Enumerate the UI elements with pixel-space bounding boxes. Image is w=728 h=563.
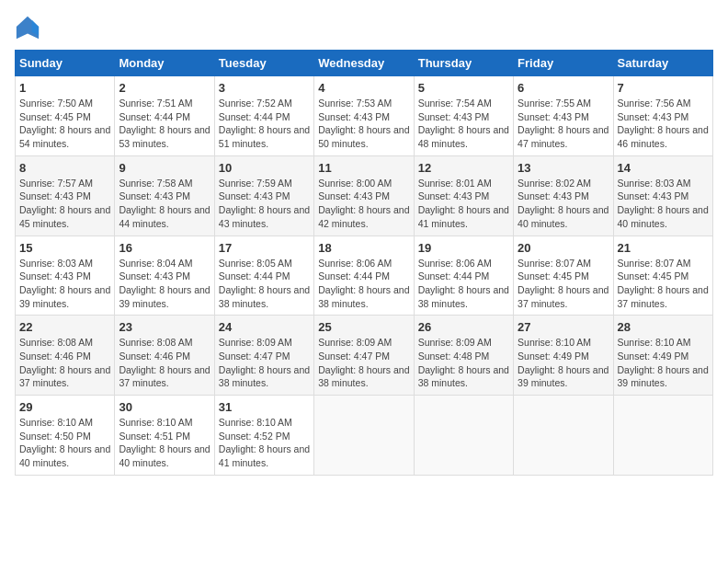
calendar-day-cell: 13 Sunrise: 8:02 AM Sunset: 4:43 PM Dayl…: [514, 155, 613, 236]
weekday-header: Saturday: [613, 51, 712, 76]
day-number: 23: [119, 320, 210, 334]
day-number: 14: [618, 161, 709, 175]
calendar-empty-cell: [514, 396, 613, 476]
day-info: Sunrise: 8:07 AM Sunset: 4:45 PM Dayligh…: [518, 257, 609, 311]
calendar-day-cell: 1 Sunrise: 7:50 AM Sunset: 4:45 PM Dayli…: [16, 76, 115, 156]
day-number: 10: [219, 161, 310, 175]
calendar-week-row: 15 Sunrise: 8:03 AM Sunset: 4:43 PM Dayl…: [16, 236, 713, 316]
calendar-empty-cell: [414, 396, 513, 476]
page-header: [15, 15, 713, 40]
calendar-day-cell: 6 Sunrise: 7:55 AM Sunset: 4:43 PM Dayli…: [514, 76, 613, 156]
day-number: 13: [518, 161, 609, 175]
day-number: 21: [618, 241, 709, 255]
day-info: Sunrise: 8:03 AM Sunset: 4:43 PM Dayligh…: [618, 177, 709, 231]
day-number: 11: [318, 161, 409, 175]
day-number: 15: [19, 241, 110, 255]
day-info: Sunrise: 7:52 AM Sunset: 4:44 PM Dayligh…: [219, 97, 310, 151]
day-info: Sunrise: 8:09 AM Sunset: 4:48 PM Dayligh…: [418, 336, 509, 390]
day-info: Sunrise: 7:53 AM Sunset: 4:43 PM Dayligh…: [318, 97, 409, 151]
day-info: Sunrise: 8:10 AM Sunset: 4:50 PM Dayligh…: [19, 416, 110, 470]
day-info: Sunrise: 7:58 AM Sunset: 4:43 PM Dayligh…: [119, 177, 210, 231]
day-info: Sunrise: 7:54 AM Sunset: 4:43 PM Dayligh…: [418, 97, 509, 151]
day-info: Sunrise: 8:03 AM Sunset: 4:43 PM Dayligh…: [19, 257, 110, 311]
calendar-day-cell: 7 Sunrise: 7:56 AM Sunset: 4:43 PM Dayli…: [613, 76, 712, 156]
calendar-day-cell: 14 Sunrise: 8:03 AM Sunset: 4:43 PM Dayl…: [613, 155, 712, 236]
day-number: 30: [119, 400, 210, 414]
calendar-day-cell: 30 Sunrise: 8:10 AM Sunset: 4:51 PM Dayl…: [115, 396, 214, 476]
day-number: 29: [19, 400, 110, 414]
day-number: 5: [418, 81, 509, 95]
calendar-empty-cell: [613, 396, 712, 476]
day-info: Sunrise: 8:08 AM Sunset: 4:46 PM Dayligh…: [119, 336, 210, 390]
calendar-day-cell: 16 Sunrise: 8:04 AM Sunset: 4:43 PM Dayl…: [115, 236, 214, 316]
day-number: 18: [318, 241, 409, 255]
logo: [15, 15, 44, 40]
day-number: 7: [618, 81, 709, 95]
calendar-day-cell: 21 Sunrise: 8:07 AM Sunset: 4:45 PM Dayl…: [613, 236, 712, 316]
weekday-header: Monday: [115, 51, 214, 76]
calendar-empty-cell: [314, 396, 414, 476]
day-info: Sunrise: 8:01 AM Sunset: 4:43 PM Dayligh…: [418, 177, 509, 231]
calendar-day-cell: 11 Sunrise: 8:00 AM Sunset: 4:43 PM Dayl…: [314, 155, 414, 236]
day-info: Sunrise: 8:10 AM Sunset: 4:52 PM Dayligh…: [219, 416, 310, 470]
day-info: Sunrise: 7:59 AM Sunset: 4:43 PM Dayligh…: [219, 177, 310, 231]
day-number: 27: [518, 320, 609, 334]
calendar-day-cell: 25 Sunrise: 8:09 AM Sunset: 4:47 PM Dayl…: [314, 316, 414, 396]
day-info: Sunrise: 8:06 AM Sunset: 4:44 PM Dayligh…: [418, 257, 509, 311]
calendar-day-cell: 23 Sunrise: 8:08 AM Sunset: 4:46 PM Dayl…: [115, 316, 214, 396]
calendar-day-cell: 10 Sunrise: 7:59 AM Sunset: 4:43 PM Dayl…: [214, 155, 313, 236]
weekday-header: Friday: [514, 51, 613, 76]
logo-icon: [15, 15, 40, 40]
day-number: 26: [418, 320, 509, 334]
day-number: 20: [518, 241, 609, 255]
calendar-week-row: 29 Sunrise: 8:10 AM Sunset: 4:50 PM Dayl…: [16, 396, 713, 476]
calendar-day-cell: 24 Sunrise: 8:09 AM Sunset: 4:47 PM Dayl…: [214, 316, 313, 396]
day-number: 6: [518, 81, 609, 95]
day-number: 16: [119, 241, 210, 255]
calendar-day-cell: 27 Sunrise: 8:10 AM Sunset: 4:49 PM Dayl…: [514, 316, 613, 396]
weekday-header-row: SundayMondayTuesdayWednesdayThursdayFrid…: [16, 51, 713, 76]
calendar-week-row: 1 Sunrise: 7:50 AM Sunset: 4:45 PM Dayli…: [16, 76, 713, 156]
day-info: Sunrise: 8:04 AM Sunset: 4:43 PM Dayligh…: [119, 257, 210, 311]
day-info: Sunrise: 8:06 AM Sunset: 4:44 PM Dayligh…: [318, 257, 409, 311]
calendar-day-cell: 20 Sunrise: 8:07 AM Sunset: 4:45 PM Dayl…: [514, 236, 613, 316]
calendar-day-cell: 4 Sunrise: 7:53 AM Sunset: 4:43 PM Dayli…: [314, 76, 414, 156]
calendar-day-cell: 8 Sunrise: 7:57 AM Sunset: 4:43 PM Dayli…: [16, 155, 115, 236]
day-number: 12: [418, 161, 509, 175]
day-info: Sunrise: 8:10 AM Sunset: 4:51 PM Dayligh…: [119, 416, 210, 470]
calendar-day-cell: 15 Sunrise: 8:03 AM Sunset: 4:43 PM Dayl…: [16, 236, 115, 316]
day-info: Sunrise: 7:56 AM Sunset: 4:43 PM Dayligh…: [618, 97, 709, 151]
calendar-day-cell: 26 Sunrise: 8:09 AM Sunset: 4:48 PM Dayl…: [414, 316, 513, 396]
day-info: Sunrise: 7:50 AM Sunset: 4:45 PM Dayligh…: [19, 97, 110, 151]
calendar-day-cell: 31 Sunrise: 8:10 AM Sunset: 4:52 PM Dayl…: [214, 396, 313, 476]
calendar-day-cell: 5 Sunrise: 7:54 AM Sunset: 4:43 PM Dayli…: [414, 76, 513, 156]
calendar-day-cell: 3 Sunrise: 7:52 AM Sunset: 4:44 PM Dayli…: [214, 76, 313, 156]
calendar-day-cell: 9 Sunrise: 7:58 AM Sunset: 4:43 PM Dayli…: [115, 155, 214, 236]
day-info: Sunrise: 8:05 AM Sunset: 4:44 PM Dayligh…: [219, 257, 310, 311]
calendar-day-cell: 22 Sunrise: 8:08 AM Sunset: 4:46 PM Dayl…: [16, 316, 115, 396]
day-number: 9: [119, 161, 210, 175]
day-number: 3: [219, 81, 310, 95]
calendar-day-cell: 2 Sunrise: 7:51 AM Sunset: 4:44 PM Dayli…: [115, 76, 214, 156]
day-info: Sunrise: 8:08 AM Sunset: 4:46 PM Dayligh…: [19, 336, 110, 390]
day-number: 1: [19, 81, 110, 95]
day-info: Sunrise: 8:10 AM Sunset: 4:49 PM Dayligh…: [618, 336, 709, 390]
day-number: 31: [219, 400, 310, 414]
day-info: Sunrise: 8:07 AM Sunset: 4:45 PM Dayligh…: [618, 257, 709, 311]
calendar-day-cell: 29 Sunrise: 8:10 AM Sunset: 4:50 PM Dayl…: [16, 396, 115, 476]
day-number: 28: [618, 320, 709, 334]
weekday-header: Sunday: [16, 51, 115, 76]
day-info: Sunrise: 8:10 AM Sunset: 4:49 PM Dayligh…: [518, 336, 609, 390]
calendar-day-cell: 18 Sunrise: 8:06 AM Sunset: 4:44 PM Dayl…: [314, 236, 414, 316]
calendar-day-cell: 19 Sunrise: 8:06 AM Sunset: 4:44 PM Dayl…: [414, 236, 513, 316]
day-number: 4: [318, 81, 409, 95]
calendar-day-cell: 17 Sunrise: 8:05 AM Sunset: 4:44 PM Dayl…: [214, 236, 313, 316]
calendar-day-cell: 28 Sunrise: 8:10 AM Sunset: 4:49 PM Dayl…: [613, 316, 712, 396]
day-info: Sunrise: 8:09 AM Sunset: 4:47 PM Dayligh…: [219, 336, 310, 390]
day-number: 25: [318, 320, 409, 334]
day-info: Sunrise: 7:55 AM Sunset: 4:43 PM Dayligh…: [518, 97, 609, 151]
day-info: Sunrise: 7:51 AM Sunset: 4:44 PM Dayligh…: [119, 97, 210, 151]
weekday-header: Thursday: [414, 51, 513, 76]
day-number: 22: [19, 320, 110, 334]
day-number: 19: [418, 241, 509, 255]
